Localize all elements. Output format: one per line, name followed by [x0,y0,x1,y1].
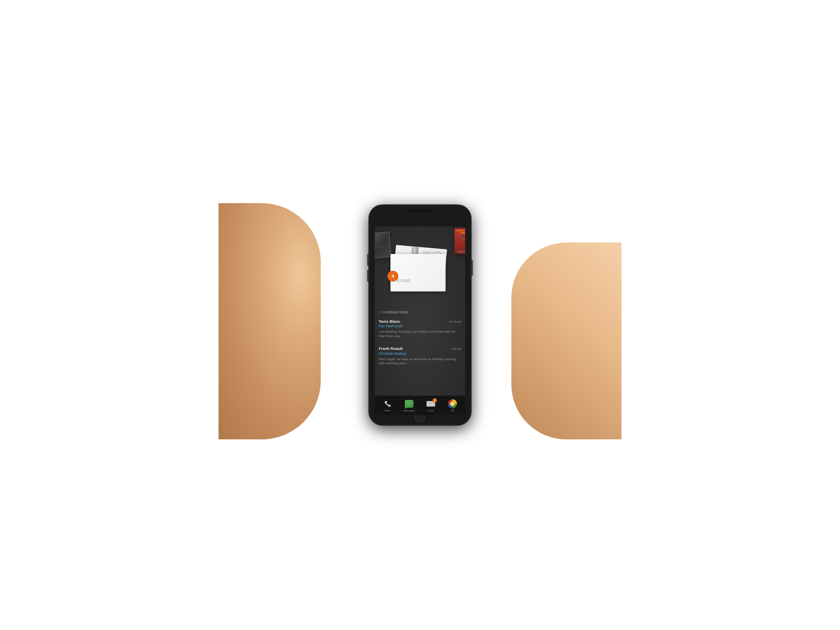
dialer-label: Dialer [384,409,390,412]
email-subject-1: Pea Patch Book [379,324,461,329]
email-nav-label: Email [428,409,434,412]
book-title: CATCH- ING FIRE [456,230,466,234]
email-preview-2: Don't forget: we have an All-Hands on Mo… [379,357,461,365]
email-preview-1: I am thinking of picking one of these up… [379,330,461,338]
book-bird-icon: 🦅 [456,235,466,239]
scene: JUN2013 4 [218,164,621,466]
messaging-tail [406,408,407,409]
email-item-1[interactable]: Tavis Blanc 10:24 AM Pea Patch Book I am… [379,319,461,342]
silk-inner-circle [450,401,455,406]
email-time-1: 10:24 AM [449,320,461,323]
book-author: SUZANNE COLLINS [456,251,466,253]
messaging-dots: ··· [407,402,411,405]
dialer-nav-icon [383,399,392,408]
silk-circle-icon [448,399,457,408]
speaker-grille [408,210,432,212]
email-badge: 4 [388,271,398,281]
front-sensor [447,210,452,215]
messaging-bubble-icon: ··· [405,400,413,408]
email-sender-1: Tavis Blanc [379,319,400,324]
volume-down-button[interactable] [367,270,368,282]
nav-item-silk[interactable]: Silk [442,399,463,412]
email-subject-2: All Hands Meeting [379,352,461,356]
silk-nav-icon [448,399,457,408]
nav-item-messaging[interactable]: ··· Messaging [398,399,420,412]
email-sender-2: Frank Ruault [379,347,403,351]
messaging-label: Messaging [404,409,415,412]
email-hero-area: JUN2013 4 [375,226,466,309]
envelope-front [390,254,445,291]
book-cover: CATCH- ING FIRE 🦅 SUZANNE COLLINS [454,228,465,254]
nav-item-dialer[interactable]: Dialer [377,399,398,412]
front-camera [388,210,393,215]
email-time-2: 9:58 AM [450,347,461,351]
email-nav-badge: 4 [433,398,437,403]
wavy-line-1 [423,251,431,253]
power-button[interactable] [472,260,473,276]
bottom-nav: Dialer ··· Messaging [375,396,466,415]
nav-item-email[interactable]: 4 Email [420,399,442,412]
book-thumbnail-right: CATCH- ING FIRE 🦅 SUZANNE COLLINS [454,228,465,254]
envelope-stack[interactable]: JUN2013 4 [388,250,452,294]
email-nav-icon-container: 4 [426,399,435,408]
inbox-area: ▼ Combined Inbox Tavis Blanc 10:24 AM Pe… [375,309,466,396]
inbox-title: Combined Inbox [383,310,409,314]
volume-up-button[interactable] [367,254,368,266]
inbox-chevron-icon: ▼ [379,311,381,314]
phone-screen: JUN2013 4 [375,226,466,415]
email-header-2: Frank Ruault 9:58 AM [379,347,461,351]
inbox-header[interactable]: ▼ Combined Inbox [379,309,461,315]
email-item-2[interactable]: Frank Ruault 9:58 AM All Hands Meeting D… [379,347,461,370]
email-nav-icon-wrapper: 4 [426,400,435,408]
email-header-1: Tavis Blanc 10:24 AM [379,319,461,324]
phone-icon [384,400,391,407]
silk-label: Silk [451,409,454,412]
messaging-nav-icon: ··· [405,399,414,408]
hand-left [218,203,321,439]
hand-right [511,242,622,439]
